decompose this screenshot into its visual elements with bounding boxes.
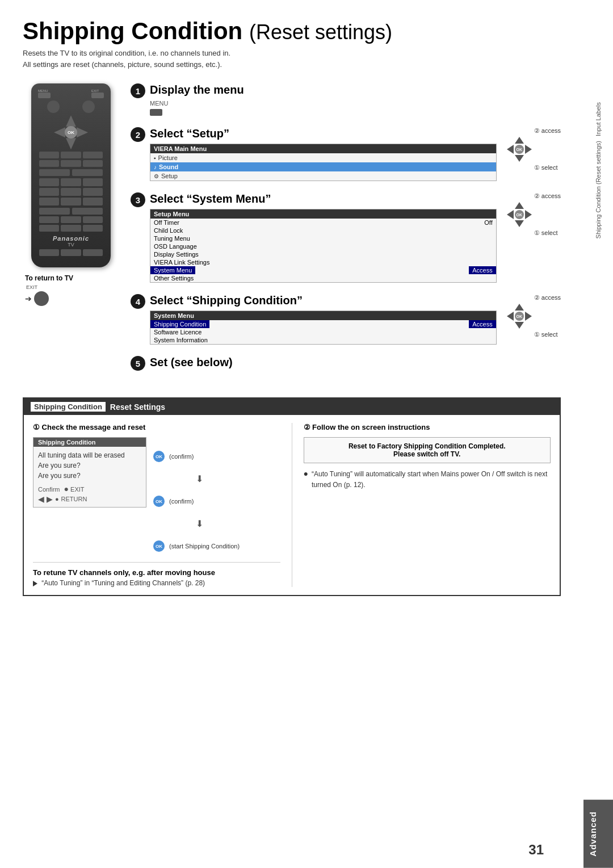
step-2-nav: ② access OK ① select — [506, 127, 561, 171]
step-3-number: 3 — [131, 192, 145, 207]
steps-container: 1 Display the menu MENU 2 Select “Setup” — [131, 83, 561, 384]
menu-row-childlock: Child Lock — [150, 227, 496, 234]
menu-row-other: Other Settings — [150, 274, 496, 282]
step-2-access: ② access — [534, 127, 561, 135]
menu-row-osd: OSD Language — [150, 242, 496, 250]
step-3-nav: ② access OK ① select — [506, 192, 561, 237]
step-4-dpad: OK — [506, 303, 533, 330]
menu-item-sound: ♪ Sound — [150, 162, 496, 171]
factory-reset-box: Reset to Factory Shipping Condition Comp… — [304, 437, 551, 463]
menu-row-viera: VIERA Link Settings — [150, 258, 496, 266]
menu-row-software: Software Licence — [150, 328, 496, 336]
confirm-row-2: OK (confirm) — [153, 496, 240, 507]
sidebar-shipping: Shipping Condition (Reset settings) — [595, 141, 602, 238]
menu-header-2: VIERA Main Menu — [150, 144, 496, 153]
retune-text-content: “Auto Tuning” in “Tuning and Editing Cha… — [41, 579, 205, 587]
right-sidebar: Input Labels Shipping Condition (Reset s… — [583, 0, 613, 868]
step-3-title: Select “System Menu” — [150, 192, 497, 206]
menu-row-system: System Menu Access — [150, 266, 496, 274]
exit-label: EXIT — [26, 284, 119, 290]
retune-text: “Auto Tuning” in “Tuning and Editing Cha… — [33, 579, 280, 587]
menu-header-3: Setup Menu — [150, 209, 496, 219]
confirm2-label: (confirm) — [169, 498, 194, 505]
step-4-nav: ② access OK ① select — [506, 294, 561, 338]
step-2-menu: VIERA Main Menu ▪ Picture ♪ Sound ⚙ Setu… — [150, 144, 497, 181]
sidebar-advanced: Advanced — [583, 800, 613, 868]
title-bold: Shipping Condition — [23, 18, 242, 44]
dialog-line2: Are you sure? — [38, 460, 141, 471]
page-title: Shipping Condition (Reset settings) — [23, 18, 561, 44]
menu-row-sysinfo: System Information — [150, 336, 496, 344]
factory-reset-line2: Please switch off TV. — [310, 450, 545, 458]
ok-circle-1: OK — [153, 451, 165, 462]
return-label: RETURN — [61, 496, 87, 502]
step-4-title: Select “Shipping Condition” — [150, 294, 497, 307]
bottom-header-label: Shipping Condition — [31, 402, 106, 412]
title-normal: (Reset settings) — [249, 20, 392, 44]
factory-reset-line1: Reset to Factory Shipping Condition Comp… — [310, 442, 545, 450]
step-4-access: ② access — [534, 294, 561, 301]
bullet1: “Auto Tuning” will automatically start w… — [312, 469, 551, 490]
dialog-line1: All tuning data will be erased — [38, 450, 141, 460]
step-1-sub: MENU — [150, 100, 561, 107]
step-1-number: 1 — [131, 83, 145, 98]
follow-title: ② Follow the on screen instructions — [304, 423, 551, 431]
menu-item-setup: ⚙ Setup — [150, 171, 496, 181]
menu-row-tuning: Tuning Menu — [150, 234, 496, 242]
menu-row-offtimer: Off Timer Off — [150, 219, 496, 227]
page-number: 31 — [528, 842, 544, 858]
step-4-menu: System Menu Shipping Condition Access So… — [150, 311, 497, 345]
bottom-section: Shipping Condition Reset Settings ① Chec… — [23, 397, 561, 596]
menu-header-4: System Menu — [150, 311, 496, 320]
step-5-number: 5 — [131, 356, 145, 371]
ok-circle-3: OK — [153, 540, 165, 552]
step-4-number: 4 — [131, 294, 145, 309]
dialog-line3: Are you sure? — [38, 471, 141, 481]
confirm-row-3: OK (start Shipping Condition) — [153, 540, 240, 552]
sidebar-input-labels: Input Labels — [595, 102, 602, 136]
step-2-dpad: OK — [506, 136, 533, 163]
step-1-title: Display the menu — [150, 83, 561, 97]
step-3-dpad: OK — [506, 201, 533, 228]
menu-row-display: Display Settings — [150, 250, 496, 258]
subtitle: Resets the TV to its original condition,… — [23, 48, 561, 70]
confirm-label: Confirm — [38, 486, 60, 493]
bottom-right: ② Follow the on screen instructions Rese… — [292, 423, 551, 587]
confirm1-label: (confirm) — [169, 453, 194, 460]
step-2-select: ① select — [534, 164, 558, 171]
bottom-left: ① Check the message and reset Shipping C… — [33, 423, 292, 587]
remote-control: MENU EXIT — [23, 83, 119, 384]
menu-icon — [150, 109, 162, 116]
check-title: ① Check the message and reset — [33, 423, 280, 431]
step-4-select: ① select — [534, 331, 558, 338]
confirm-row-1: OK (confirm) — [153, 451, 240, 462]
step-5-title: Set (see below) — [150, 356, 561, 369]
bottom-header-rest: Reset Settings — [110, 402, 165, 412]
ok-circle-2: OK — [153, 496, 165, 507]
retune-title: To retune TV channels only, e.g. after m… — [33, 568, 280, 577]
exit-label2: EXIT — [70, 486, 84, 493]
retune-section: To retune TV channels only, e.g. after m… — [33, 562, 280, 587]
dialog-title: Shipping Condition — [33, 438, 146, 447]
step-3-select: ① select — [534, 229, 558, 237]
menu-row-shipping: Shipping Condition Access — [150, 320, 496, 328]
bottom-header: Shipping Condition Reset Settings — [24, 399, 560, 415]
return-tv-label: To return to TV — [25, 274, 119, 282]
step-3-access: ② access — [534, 192, 561, 200]
menu-item-picture: ▪ Picture — [150, 153, 496, 162]
confirm3-label: (start Shipping Condition) — [169, 543, 240, 550]
shipping-dialog: Shipping Condition All tuning data will … — [33, 437, 146, 508]
step-2-title: Select “Setup” — [150, 127, 497, 140]
step-3-menu: Setup Menu Off Timer Off Child Lock — [150, 209, 497, 283]
step-2-number: 2 — [131, 127, 145, 142]
